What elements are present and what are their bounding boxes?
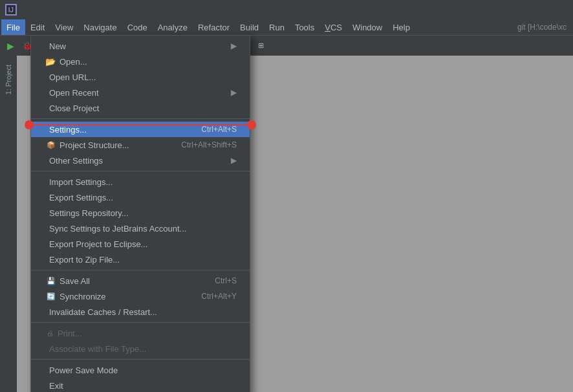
separator-1 (31, 118, 250, 119)
separator-4 (31, 322, 250, 323)
separator-2 (31, 171, 250, 171)
menu-vcs[interactable]: VCS (319, 19, 347, 35)
submenu-arrow-recent: ▶ (231, 88, 237, 97)
sidebar: 1: Project (0, 56, 17, 392)
synchronize-shortcut: Ctrl+Alt+Y (201, 292, 237, 301)
menu-item-project-structure[interactable]: 📦 Project Structure... Ctrl+Alt+Shift+S (31, 137, 250, 153)
menu-item-open-url[interactable]: Open URL... (31, 69, 250, 85)
menu-item-other-settings[interactable]: Other Settings ▶ (31, 153, 250, 168)
menu-navigate[interactable]: Navigate (78, 19, 122, 35)
run-button[interactable]: ▶ (3, 38, 18, 54)
menu-item-associate: Associate with File Type... (31, 341, 250, 356)
logo-box: IJ (5, 4, 17, 16)
menu-item-open-recent[interactable]: Open Recent ▶ (31, 85, 250, 100)
menu-item-invalidate-caches[interactable]: Invalidate Caches / Restart... (31, 304, 250, 320)
sidebar-tab-project[interactable]: 1: Project (2, 60, 15, 100)
menu-item-settings-repo[interactable]: Settings Repository... (31, 205, 250, 221)
save-all-shortcut: Ctrl+S (215, 276, 237, 285)
menu-view[interactable]: View (50, 19, 78, 35)
git-branch-label: git [H:\code\xc (517, 23, 572, 32)
menu-code[interactable]: Code (122, 19, 153, 35)
menu-file[interactable]: File (1, 19, 25, 35)
file-dropdown-menu: New ▶ 📂 Open... Open URL... Open Recent … (30, 35, 250, 392)
separator-3 (31, 270, 250, 270)
menu-item-export-eclipse[interactable]: Export Project to Eclipse... (31, 236, 250, 252)
menu-window[interactable]: Window (347, 19, 387, 35)
menu-item-export-zip[interactable]: Export to Zip File... (31, 252, 250, 267)
menu-run[interactable]: Run (264, 19, 290, 35)
settings-shortcut: Ctrl+Alt+S (201, 125, 237, 134)
menu-bar: File Edit View Navigate Code Analyze Ref… (0, 19, 573, 35)
git-more-button[interactable]: ⊞ (254, 38, 269, 54)
menu-build[interactable]: Build (235, 19, 264, 35)
menu-item-save-all[interactable]: 💾 Save All Ctrl+S (31, 273, 250, 289)
menu-help[interactable]: Help (387, 19, 415, 35)
menu-item-close-project[interactable]: Close Project (31, 100, 250, 116)
menu-item-open[interactable]: 📂 Open... (31, 54, 250, 69)
menu-item-import-settings[interactable]: Import Settings... (31, 174, 250, 190)
app-logo: IJ (4, 3, 18, 17)
title-bar: IJ (0, 0, 573, 19)
annotation-line (29, 124, 250, 125)
menu-refactor[interactable]: Refactor (193, 19, 235, 35)
menu-item-synchronize[interactable]: 🔄 Synchronize Ctrl+Alt+Y (31, 289, 250, 304)
menu-edit[interactable]: Edit (25, 19, 50, 35)
submenu-arrow-other: ▶ (231, 156, 237, 165)
separator-5 (31, 359, 250, 360)
menu-item-new[interactable]: New ▶ (31, 38, 250, 54)
menu-analyze[interactable]: Analyze (153, 19, 193, 35)
submenu-arrow-new: ▶ (231, 41, 237, 50)
project-structure-shortcut: Ctrl+Alt+Shift+S (181, 140, 237, 149)
menu-item-exit[interactable]: Exit (31, 378, 250, 392)
menu-item-power-save[interactable]: Power Save Mode (31, 362, 250, 378)
menu-item-export-settings[interactable]: Export Settings... (31, 190, 250, 205)
menu-item-print: 🖨 Print... (31, 325, 250, 341)
menu-item-sync-settings[interactable]: Sync Settings to JetBrains Account... (31, 221, 250, 236)
menu-tools[interactable]: Tools (290, 19, 319, 35)
